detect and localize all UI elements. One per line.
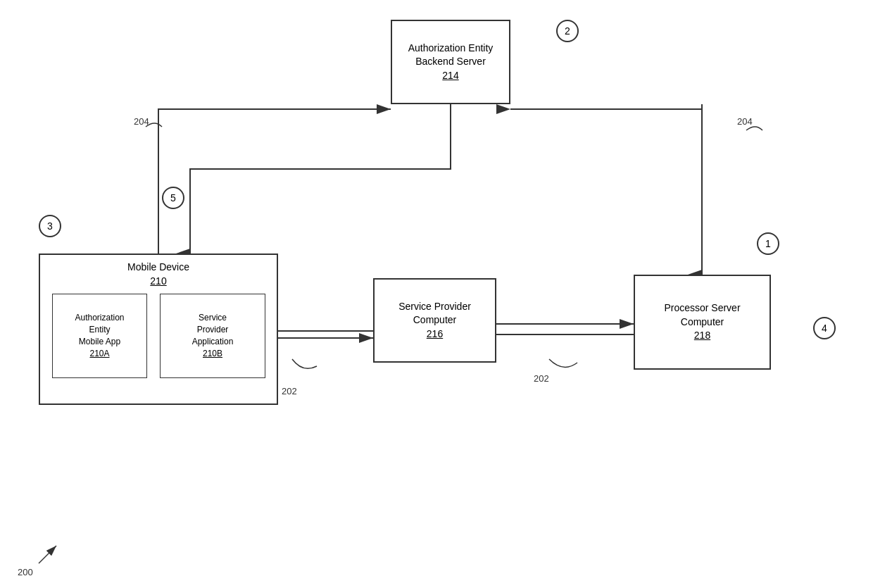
auth-backend-title: Authorization Entity Backend Server (392, 42, 509, 69)
circle-2: 2 (556, 20, 579, 42)
svg-line-9 (39, 546, 56, 563)
auth-mobile-app-box: AuthorizationEntityMobile App 210A (52, 294, 147, 378)
circle-5: 5 (162, 187, 184, 209)
auth-mobile-app-id: 210A (89, 348, 109, 360)
ref-202-left: 202 (282, 386, 297, 396)
circle-4: 4 (813, 317, 836, 339)
mobile-device-box: Mobile Device 210 AuthorizationEntityMob… (39, 254, 278, 405)
ref-202-right: 202 (534, 373, 549, 384)
circle-3: 3 (39, 215, 61, 237)
service-provider-app-title: ServiceProviderApplication (192, 312, 234, 347)
service-provider-box: Service ProviderComputer 216 (373, 278, 496, 363)
processor-server-box: Processor ServerComputer 218 (634, 275, 771, 370)
circle-1: 1 (757, 232, 779, 255)
auth-mobile-app-title: AuthorizationEntityMobile App (75, 312, 124, 347)
mobile-device-title: Mobile Device (127, 261, 189, 275)
ref-204-right: 204 (737, 116, 753, 127)
processor-server-title: Processor ServerComputer (664, 301, 740, 329)
processor-server-id: 218 (694, 329, 710, 343)
auth-backend-id: 214 (442, 69, 458, 83)
service-provider-app-id: 210B (203, 348, 222, 360)
ref-204-left: 204 (134, 116, 149, 127)
mobile-device-id: 210 (150, 275, 166, 289)
service-provider-title: Service ProviderComputer (398, 300, 471, 327)
auth-backend-box: Authorization Entity Backend Server 214 (391, 20, 510, 104)
ref-200: 200 (18, 567, 33, 577)
service-provider-app-box: ServiceProviderApplication 210B (160, 294, 265, 378)
service-provider-id: 216 (427, 327, 443, 342)
diagram: Authorization Entity Backend Server 214 … (0, 0, 873, 588)
